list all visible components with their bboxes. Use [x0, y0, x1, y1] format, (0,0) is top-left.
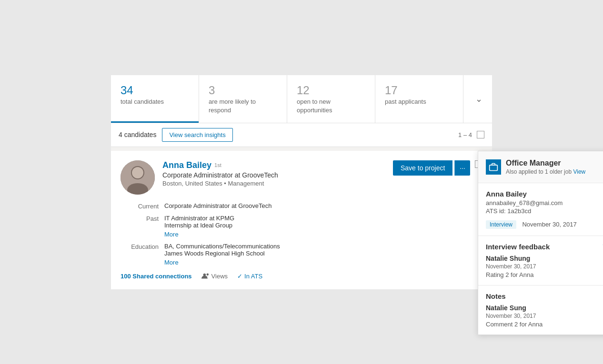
candidate-location: Boston, United States • Management: [162, 180, 278, 187]
feedback-person: Natalie Shung: [486, 255, 603, 262]
card-left: Anna Bailey 1st Corporate Administrator …: [121, 160, 278, 195]
popup-job-header: Office Manager Also applied to 1 older j…: [478, 151, 603, 183]
popup-ats-id: ATS id: 1a2b3cd: [486, 207, 603, 215]
views-item: Views: [201, 273, 228, 280]
candidate-name: Anna Bailey 1st: [162, 160, 278, 170]
respond-label: are more likely to respond: [209, 98, 256, 114]
shared-connections[interactable]: 100 Shared connections: [121, 273, 192, 280]
views-icon: [201, 273, 209, 279]
current-value: Corporate Administrator at GrooveTech: [164, 202, 482, 210]
job-icon: [486, 159, 501, 175]
job-title: Office Manager: [506, 159, 585, 167]
past-count: 17: [385, 84, 453, 97]
select-all-checkbox[interactable]: [477, 131, 484, 138]
avatar-svg: [121, 160, 155, 195]
degree-badge: 1st: [214, 162, 221, 168]
feedback-rating: Rating 2 for Anna: [486, 271, 603, 278]
interview-row: Interview November 30, 2017: [486, 217, 603, 229]
stat-past: 17 past applicants: [375, 75, 463, 123]
past-label: Past: [121, 215, 159, 238]
stat-expand[interactable]: ⌄: [463, 75, 492, 123]
svg-rect-6: [490, 165, 498, 170]
svg-point-3: [132, 167, 143, 178]
stat-open: 12 open to new opportunities: [287, 75, 375, 123]
avatar-image: [121, 160, 155, 195]
popup-panel: Office Manager Also applied to 1 older j…: [478, 151, 603, 335]
popup-candidate-name: Anna Bailey: [486, 190, 603, 198]
notes-person: Natalie Sung: [486, 304, 603, 312]
past-label: past applicants: [385, 98, 426, 105]
in-ats-item[interactable]: ✓ In ATS: [237, 273, 262, 280]
check-icon: ✓: [237, 273, 242, 280]
card-footer: 100 Shared connections Views ✓ In ATS: [121, 273, 482, 280]
save-to-project-button[interactable]: Save to project: [393, 160, 452, 176]
feedback-date: November 30, 2017: [486, 263, 603, 270]
interview-date: November 30, 2017: [522, 221, 576, 228]
open-label: open to new opportunities: [297, 98, 332, 114]
candidate-card: Anna Bailey 1st Corporate Administrator …: [111, 151, 492, 289]
chevron-down-icon[interactable]: ⌄: [475, 94, 482, 104]
open-count: 12: [297, 84, 365, 97]
popup-candidate-section: Anna Bailey annabailey_678@gmai.com ATS …: [478, 183, 603, 236]
feedback-title: Interview feedback: [486, 243, 550, 251]
popup-notes-section: Notes View all notes (2) Natalie Sung No…: [478, 285, 603, 334]
candidate-title: Corporate Administrator at GrooveTech: [162, 171, 278, 179]
stats-bar: 34 total candidates 3 are more likely to…: [111, 75, 492, 123]
notes-date: November 30, 2017: [486, 313, 603, 319]
feedback-section-header: Interview feedback View all feedback (2): [486, 243, 603, 251]
stat-total: 34 total candidates: [111, 75, 199, 123]
stat-respond: 3 are more likely to respond: [199, 75, 287, 123]
toolbar-right: 1 – 4: [458, 131, 484, 138]
briefcase-icon: [489, 162, 498, 172]
details-grid: Current Corporate Administrator at Groov…: [121, 202, 482, 266]
respond-count: 3: [209, 84, 277, 97]
toolbar: 4 candidates View search insights 1 – 4: [111, 123, 492, 147]
svg-point-5: [206, 274, 208, 275]
candidate-card-wrapper: Anna Bailey 1st Corporate Administrator …: [111, 151, 492, 289]
card-header: Anna Bailey 1st Corporate Administrator …: [121, 160, 482, 195]
popup-email: annabailey_678@gmai.com: [486, 199, 603, 207]
candidates-count: 4 candidates: [119, 131, 156, 138]
notes-comment: Comment 2 for Anna: [486, 321, 603, 328]
job-view-link[interactable]: View: [573, 168, 585, 175]
popup-feedback-section: Interview feedback View all feedback (2)…: [478, 236, 603, 285]
card-actions: Save to project ···: [393, 160, 482, 176]
edu-more-link[interactable]: More: [164, 259, 482, 266]
education-label: Education: [121, 243, 159, 266]
candidate-info: Anna Bailey 1st Corporate Administrator …: [162, 160, 278, 195]
job-applied: Also applied to 1 older job View: [506, 168, 585, 175]
notes-section-header: Notes View all notes (2): [486, 292, 603, 300]
pagination-label: 1 – 4: [458, 131, 472, 138]
avatar: [121, 160, 155, 195]
toolbar-left: 4 candidates View search insights: [119, 128, 233, 142]
education-value: BA, Communications/Telecommunications Ja…: [164, 243, 482, 266]
total-count: 34: [121, 84, 189, 97]
past-more-link[interactable]: More: [164, 231, 482, 238]
view-search-insights-button[interactable]: View search insights: [162, 128, 232, 142]
notes-title: Notes: [486, 292, 506, 300]
more-options-button[interactable]: ···: [454, 160, 470, 176]
current-label: Current: [121, 202, 159, 210]
interview-tag: Interview: [486, 220, 516, 229]
past-value: IT Administrator at KPMG Internship at I…: [164, 215, 482, 238]
job-info: Office Manager Also applied to 1 older j…: [506, 159, 585, 175]
total-label: total candidates: [121, 98, 164, 105]
